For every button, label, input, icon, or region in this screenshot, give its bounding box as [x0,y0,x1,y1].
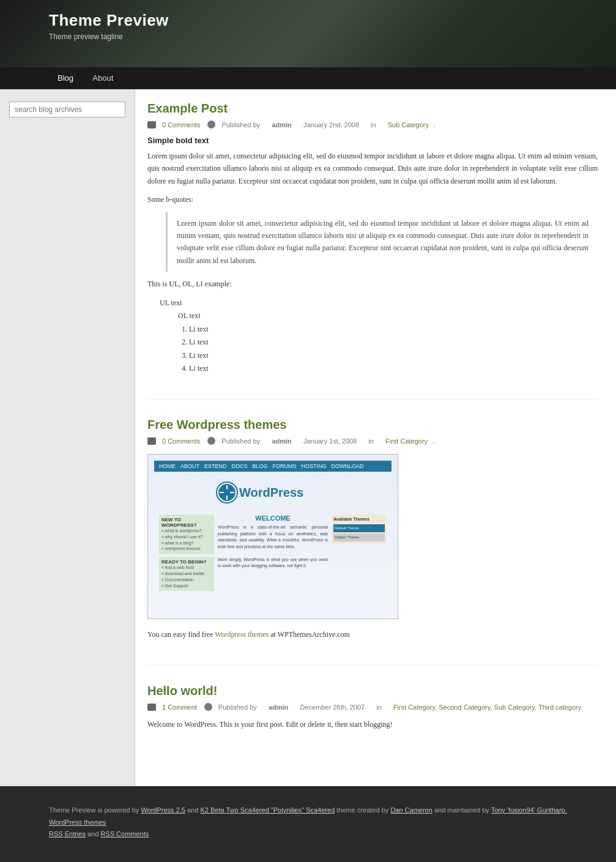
li-item-4: Li text [189,362,598,376]
main-content: Example Post 0 Comments Published by adm… [135,89,616,786]
wp-nav-bar: HOME ABOUT EXTEND DOCS BLOG FORUMS HOSTI… [154,461,391,472]
wp-nav-item: HOSTING [302,463,327,469]
post-wordpress-themes: Free Wordpress themes 0 Comments Publish… [147,418,598,666]
ol-label-item: OL text [178,310,598,323]
post-list-section: UL text OL text Li text Li text Li text … [160,297,598,376]
post-ul: UL text [160,297,598,310]
cat-second[interactable]: Second Category [439,704,490,711]
post-category-wordpress[interactable]: First Category [385,437,428,445]
sidebar [0,89,135,786]
post-bquotes-label: Some b-quotes: [147,193,598,206]
wp-ready-text: » find a web host» download and install»… [161,565,212,589]
post-author-wordpress: admin [272,437,291,445]
post-blockquote-example: Lorem ipsum dolor sit amet, consectetur … [166,212,598,272]
wp-welcome-text: WordPress is a state-of-the-art semantic… [218,524,328,570]
post-title-link-hello[interactable]: Hello world! [147,684,217,697]
footer: Theme Preview is powered by WordPress 2.… [0,786,616,859]
wp-right-col: Available Themes Default Theme Classic T… [332,515,387,591]
footer-text4: and maintained by [434,806,491,814]
wp-theme-item2: Classic Theme [333,533,385,541]
post-published-hello: Published by [218,704,257,711]
footer-wp-themes-link[interactable]: WordPress themes [49,819,106,826]
nav-about[interactable]: About [84,67,122,89]
wp-nav-item: FORUMS [273,463,297,469]
wp-ready-to-begin: READY TO BEGIN? » find a web host» downl… [159,557,214,591]
wordpress-themes-link[interactable]: Wordpress themes [215,630,269,639]
post-subtitle-example: Simple bold text [147,136,598,145]
footer-tony-link[interactable]: Tony 'fusion94' Guntharp. [491,806,567,814]
footer-line2: WordPress themes [49,817,567,829]
post-ol-label: OL text [178,310,598,323]
post-body-hello: Welcome to WordPress. This is your first… [147,718,598,730]
li-item-1: Li text [189,323,598,336]
post-body-wordpress: You can easy find free Wordpress themes … [147,628,598,641]
footer-wordpress-link[interactable]: WordPress 2.5 [141,806,185,814]
footer-text5: and [87,830,100,838]
post-in-hello: in [376,704,382,711]
cat-first[interactable]: First Category [393,704,435,711]
wp-content-area: NEW TO WORDPRESS? » what is wordpress?» … [154,515,391,591]
search-input[interactable] [9,102,125,117]
post-published-wordpress: Published by [221,437,260,445]
post-title-example: Example Post [147,102,598,116]
post-body-example: Lorem ipsum dolor sit amet, consectetur … [147,150,598,187]
post-category-example[interactable]: Sub Category [388,121,429,128]
post-title-wordpress: Free Wordpress themes [147,418,598,432]
post-title-link-wordpress[interactable]: Free Wordpress themes [147,418,287,431]
wp-new-to-wordpress: NEW TO WORDPRESS? » what is wordpress?» … [159,515,214,554]
site-header: Theme Preview Theme preview tagline [0,0,616,67]
wp-nav-item: EXTEND [204,463,227,469]
footer-text1: Theme Preview is powered by [49,806,141,814]
svg-point-0 [216,481,238,503]
post-meta-example: 0 Comments Published by admin January 2n… [147,121,598,128]
wp-theme-item: Default Theme [333,524,385,532]
post-in-wordpress: in [368,437,374,445]
post-ul-ol-label: This is UL, OL, LI example: [147,278,598,290]
post-meta-hello: 1 Comment Published by admin December 26… [147,703,598,711]
post-title-hello: Hello world! [147,684,598,698]
footer-rss-entries-link[interactable]: RSS Entries [49,830,86,838]
post-in-example: in [371,121,376,128]
wp-screenshot-content: HOME ABOUT EXTEND DOCS BLOG FORUMS HOSTI… [148,455,398,619]
user-icon-wordpress [207,437,215,445]
post-date-wordpress: January 1st, 2008 [303,437,357,445]
cat-third[interactable]: Third category [538,704,581,711]
footer-text3: theme created by [336,806,390,814]
post-example: Example Post 0 Comments Published by adm… [147,102,598,399]
post-title-link-example[interactable]: Example Post [147,102,228,115]
li-item-3: Li text [189,349,598,363]
post-comments-wordpress[interactable]: 0 Comments [162,437,200,445]
cat-sub[interactable]: Sub Category [494,704,535,711]
wordpress-logo: WordPress [212,474,334,511]
post-author-hello: admin [269,704,288,711]
post-comments-hello[interactable]: 1 Comment [162,704,197,711]
wp-nav-item: DOCS [232,463,248,469]
nav-blog[interactable]: Blog [49,67,82,89]
li-item-2: Li text [189,336,598,349]
wordpress-screenshot: HOME ABOUT EXTEND DOCS BLOG FORUMS HOSTI… [147,454,398,619]
post-published-example: Published by [221,121,260,128]
comment-icon-hello [147,704,156,711]
user-icon-hello [204,703,212,711]
footer-dan-link[interactable]: Dan Cameron [390,806,432,814]
wp-themes-title: Available Themes [333,517,369,521]
wp-welcome: WELCOME [218,515,328,522]
comment-icon-wordpress [147,437,156,445]
wp-available-themes: Available Themes Default Theme Classic T… [332,515,387,543]
wp-ready-title: READY TO BEGIN? [161,559,212,565]
user-icon-example [207,121,215,128]
post-date-example: January 2nd, 2008 [303,121,359,128]
post-comments-example[interactable]: 0 Comments [162,121,200,128]
post-author-example: admin [272,121,291,128]
wp-nav-item: HOME [159,463,176,469]
footer-rss-comments-link[interactable]: RSS Comments [100,830,149,838]
wp-nav-item: ABOUT [180,463,199,469]
post-ol: Li text Li text Li text Li text [189,323,598,376]
footer-line1: Theme Preview is powered by WordPress 2.… [49,804,567,817]
wp-nav-item: BLOG [253,463,268,469]
footer-k2-link[interactable]: K2 Beta Two Sca4ered "Polynilies" Sca4er… [200,806,335,814]
svg-text:WordPress: WordPress [239,486,303,499]
wp-nav-item: DOWNLOAD [332,463,364,469]
comment-icon-example [147,121,156,128]
post-date-hello: December 26th, 2007 [300,704,365,711]
